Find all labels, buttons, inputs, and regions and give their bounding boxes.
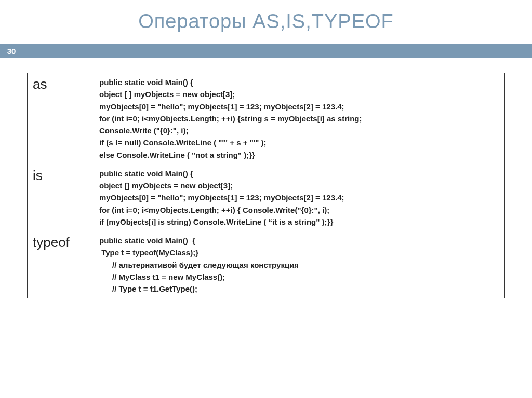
code-line: myObjects[0] = "hello"; myObjects[1] = 1…: [99, 191, 499, 203]
table-row: typeof public static void Main() { Type …: [28, 231, 505, 298]
code-line: for (int i=0; i<myObjects.Length; ++i) {…: [99, 113, 499, 125]
code-line: public static void Main() {: [99, 76, 499, 88]
code-line: // Type t = t1.GetType();: [99, 283, 499, 295]
code-line: public static void Main() {: [99, 235, 499, 246]
operator-name-cell: typeof: [28, 231, 94, 298]
code-line: myObjects[0] = "hello"; myObjects[1] = 1…: [99, 101, 499, 113]
code-line: else Console.WriteLine ( "not a string" …: [99, 149, 499, 161]
code-line: Console.Write ("{0}:", i);: [99, 125, 499, 136]
page-number-badge: 30: [0, 44, 23, 58]
code-line: // альтернативой будет следующая констру…: [99, 259, 499, 271]
slide-title: Операторы AS,IS,TYPEOF: [0, 0, 532, 33]
content-area: as public static void Main() { object [ …: [27, 73, 505, 298]
code-line: Type t = typeof(MyClass);}: [99, 246, 499, 258]
table-row: as public static void Main() { object [ …: [28, 73, 505, 164]
code-line: public static void Main() {: [99, 168, 499, 180]
operators-table: as public static void Main() { object [ …: [27, 73, 505, 298]
code-line: for (int i=0; i<myObjects.Length; ++i) {…: [99, 204, 499, 216]
code-line: object [] myObjects = new object[3];: [99, 180, 499, 191]
code-line: object [ ] myObjects = new object[3];: [99, 88, 499, 100]
operator-code-cell: public static void Main() { Type t = typ…: [94, 231, 505, 298]
table-row: is public static void Main() { object []…: [28, 164, 505, 231]
operator-name-cell: is: [28, 164, 94, 231]
slide: Операторы AS,IS,TYPEOF 30 as public stat…: [0, 0, 532, 398]
title-underline-bar: 30: [0, 44, 532, 58]
code-line: // MyClass t1 = new MyClass();: [99, 271, 499, 283]
operator-code-cell: public static void Main() { object [ ] m…: [94, 73, 505, 164]
code-line: if (myObjects[i] is string) Console.Writ…: [99, 216, 499, 228]
operator-code-cell: public static void Main() { object [] my…: [94, 164, 505, 231]
operator-name-cell: as: [28, 73, 94, 164]
code-line: if (s != null) Console.WriteLine ( "'" +…: [99, 136, 499, 148]
